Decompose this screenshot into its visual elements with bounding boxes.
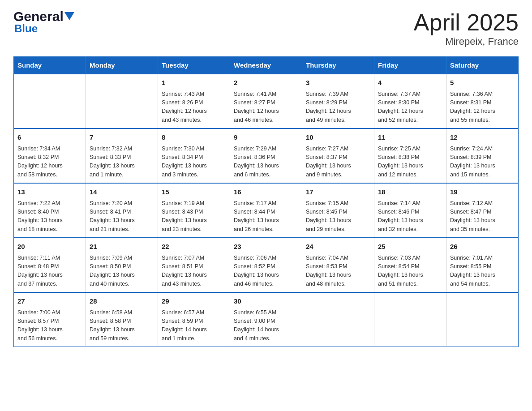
day-header-saturday: Saturday (446, 57, 519, 74)
day-info: Sunrise: 7:41 AM Sunset: 8:27 PM Dayligh… (234, 90, 298, 125)
calendar-cell: 16Sunrise: 7:17 AM Sunset: 8:44 PM Dayli… (230, 183, 302, 238)
calendar-cell: 28Sunrise: 6:58 AM Sunset: 8:58 PM Dayli… (86, 292, 158, 347)
day-number: 20 (17, 242, 82, 252)
day-info: Sunrise: 7:19 AM Sunset: 8:43 PM Dayligh… (162, 199, 226, 234)
day-info: Sunrise: 7:09 AM Sunset: 8:50 PM Dayligh… (90, 254, 154, 289)
day-number: 7 (90, 133, 154, 143)
days-of-week-row: SundayMondayTuesdayWednesdayThursdayFrid… (14, 57, 519, 74)
calendar-cell: 13Sunrise: 7:22 AM Sunset: 8:40 PM Dayli… (14, 183, 86, 238)
day-info: Sunrise: 7:12 AM Sunset: 8:47 PM Dayligh… (450, 199, 515, 234)
day-number: 23 (234, 242, 298, 252)
calendar-cell (14, 74, 86, 128)
page-subtitle: Mirepeix, France (414, 36, 519, 47)
day-number: 6 (17, 133, 82, 143)
day-info: Sunrise: 7:00 AM Sunset: 8:57 PM Dayligh… (17, 308, 82, 343)
day-info: Sunrise: 7:34 AM Sunset: 8:32 PM Dayligh… (17, 145, 82, 180)
calendar-table: SundayMondayTuesdayWednesdayThursdayFrid… (13, 56, 519, 347)
calendar-week-5: 27Sunrise: 7:00 AM Sunset: 8:57 PM Dayli… (14, 292, 519, 347)
logo-general-text: General (13, 9, 64, 24)
logo-triangle-icon (64, 12, 74, 22)
page-header: General Blue April 2025 Mirepeix, France (13, 9, 519, 47)
day-number: 19 (450, 187, 515, 197)
day-number: 29 (162, 296, 226, 307)
day-number: 11 (378, 133, 442, 143)
day-number: 27 (17, 296, 82, 307)
day-number: 18 (378, 187, 442, 197)
day-number: 1 (162, 78, 226, 88)
calendar-cell: 23Sunrise: 7:06 AM Sunset: 8:52 PM Dayli… (230, 238, 302, 292)
calendar-cell: 6Sunrise: 7:34 AM Sunset: 8:32 PM Daylig… (14, 128, 86, 183)
calendar-cell: 20Sunrise: 7:11 AM Sunset: 8:48 PM Dayli… (14, 238, 86, 292)
calendar-cell: 17Sunrise: 7:15 AM Sunset: 8:45 PM Dayli… (302, 183, 374, 238)
calendar-cell: 21Sunrise: 7:09 AM Sunset: 8:50 PM Dayli… (86, 238, 158, 292)
day-header-thursday: Thursday (302, 57, 374, 74)
calendar-cell: 14Sunrise: 7:20 AM Sunset: 8:41 PM Dayli… (86, 183, 158, 238)
day-info: Sunrise: 7:22 AM Sunset: 8:40 PM Dayligh… (17, 199, 82, 234)
day-info: Sunrise: 6:58 AM Sunset: 8:58 PM Dayligh… (90, 308, 154, 343)
day-info: Sunrise: 7:30 AM Sunset: 8:34 PM Dayligh… (162, 145, 226, 180)
calendar-cell: 27Sunrise: 7:00 AM Sunset: 8:57 PM Dayli… (14, 292, 86, 347)
day-info: Sunrise: 7:37 AM Sunset: 8:30 PM Dayligh… (378, 90, 442, 125)
calendar-cell: 9Sunrise: 7:29 AM Sunset: 8:36 PM Daylig… (230, 128, 302, 183)
calendar-cell: 5Sunrise: 7:36 AM Sunset: 8:31 PM Daylig… (446, 74, 519, 128)
calendar-cell: 12Sunrise: 7:24 AM Sunset: 8:39 PM Dayli… (446, 128, 519, 183)
day-header-monday: Monday (86, 57, 158, 74)
day-number: 25 (378, 242, 442, 252)
calendar-cell: 25Sunrise: 7:03 AM Sunset: 8:54 PM Dayli… (374, 238, 446, 292)
day-number: 24 (306, 242, 370, 252)
calendar-cell: 7Sunrise: 7:32 AM Sunset: 8:33 PM Daylig… (86, 128, 158, 183)
day-info: Sunrise: 7:14 AM Sunset: 8:46 PM Dayligh… (378, 199, 442, 234)
day-number: 16 (234, 187, 298, 197)
day-number: 2 (234, 78, 298, 88)
day-number: 21 (90, 242, 154, 252)
calendar-cell: 3Sunrise: 7:39 AM Sunset: 8:29 PM Daylig… (302, 74, 374, 128)
calendar-cell: 4Sunrise: 7:37 AM Sunset: 8:30 PM Daylig… (374, 74, 446, 128)
day-number: 9 (234, 133, 298, 143)
calendar-cell (374, 292, 446, 347)
page-title: April 2025 (414, 9, 519, 36)
day-number: 13 (17, 187, 82, 197)
day-info: Sunrise: 7:29 AM Sunset: 8:36 PM Dayligh… (234, 145, 298, 180)
day-header-wednesday: Wednesday (230, 57, 302, 74)
title-area: April 2025 Mirepeix, France (414, 9, 519, 47)
day-info: Sunrise: 7:39 AM Sunset: 8:29 PM Dayligh… (306, 90, 370, 125)
day-number: 10 (306, 133, 370, 143)
calendar-week-1: 1Sunrise: 7:43 AM Sunset: 8:26 PM Daylig… (14, 74, 519, 128)
day-header-friday: Friday (374, 57, 446, 74)
calendar-cell (86, 74, 158, 128)
calendar-cell: 24Sunrise: 7:04 AM Sunset: 8:53 PM Dayli… (302, 238, 374, 292)
day-number: 3 (306, 78, 370, 88)
day-header-tuesday: Tuesday (158, 57, 230, 74)
day-info: Sunrise: 7:36 AM Sunset: 8:31 PM Dayligh… (450, 90, 515, 125)
day-number: 5 (450, 78, 515, 88)
day-info: Sunrise: 6:55 AM Sunset: 9:00 PM Dayligh… (234, 308, 298, 343)
day-info: Sunrise: 7:27 AM Sunset: 8:37 PM Dayligh… (306, 145, 370, 180)
day-info: Sunrise: 7:17 AM Sunset: 8:44 PM Dayligh… (234, 199, 298, 234)
calendar-cell: 26Sunrise: 7:01 AM Sunset: 8:55 PM Dayli… (446, 238, 519, 292)
day-number: 12 (450, 133, 515, 143)
calendar-week-4: 20Sunrise: 7:11 AM Sunset: 8:48 PM Dayli… (14, 238, 519, 292)
day-number: 30 (234, 296, 298, 307)
day-number: 4 (378, 78, 442, 88)
calendar-cell: 10Sunrise: 7:27 AM Sunset: 8:37 PM Dayli… (302, 128, 374, 183)
day-info: Sunrise: 7:04 AM Sunset: 8:53 PM Dayligh… (306, 254, 370, 289)
day-info: Sunrise: 7:25 AM Sunset: 8:38 PM Dayligh… (378, 145, 442, 180)
calendar-cell: 2Sunrise: 7:41 AM Sunset: 8:27 PM Daylig… (230, 74, 302, 128)
day-number: 28 (90, 296, 154, 307)
logo: General Blue (13, 9, 74, 35)
calendar-cell: 1Sunrise: 7:43 AM Sunset: 8:26 PM Daylig… (158, 74, 230, 128)
calendar-cell: 29Sunrise: 6:57 AM Sunset: 8:59 PM Dayli… (158, 292, 230, 347)
calendar-body: 1Sunrise: 7:43 AM Sunset: 8:26 PM Daylig… (14, 74, 519, 347)
day-info: Sunrise: 7:15 AM Sunset: 8:45 PM Dayligh… (306, 199, 370, 234)
calendar-cell: 8Sunrise: 7:30 AM Sunset: 8:34 PM Daylig… (158, 128, 230, 183)
svg-marker-0 (64, 12, 74, 20)
calendar-cell: 18Sunrise: 7:14 AM Sunset: 8:46 PM Dayli… (374, 183, 446, 238)
calendar-cell: 15Sunrise: 7:19 AM Sunset: 8:43 PM Dayli… (158, 183, 230, 238)
day-info: Sunrise: 7:24 AM Sunset: 8:39 PM Dayligh… (450, 145, 515, 180)
calendar-cell (302, 292, 374, 347)
day-info: Sunrise: 7:01 AM Sunset: 8:55 PM Dayligh… (450, 254, 515, 289)
day-number: 8 (162, 133, 226, 143)
day-info: Sunrise: 7:43 AM Sunset: 8:26 PM Dayligh… (162, 90, 226, 125)
day-number: 17 (306, 187, 370, 197)
day-number: 14 (90, 187, 154, 197)
